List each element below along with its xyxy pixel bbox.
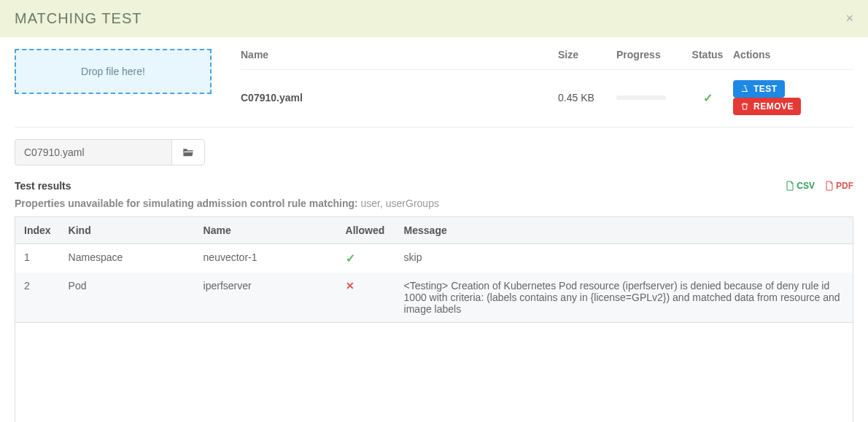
- file-size: 0.45 KB: [558, 92, 616, 103]
- check-icon: ✓: [346, 252, 355, 265]
- export-links: CSV PDF: [786, 181, 853, 191]
- header-kind: Kind: [60, 217, 195, 244]
- cell-allowed: ✕: [337, 273, 395, 323]
- results-header-row: Index Kind Name Allowed Message: [15, 217, 853, 244]
- file-input[interactable]: [15, 139, 171, 165]
- remove-label: REMOVE: [753, 101, 794, 112]
- header-message: Message: [395, 217, 853, 244]
- cell-kind: Pod: [60, 273, 195, 323]
- file-pdf-icon: [825, 181, 834, 191]
- file-csv-icon: [786, 181, 794, 191]
- folder-open-icon: [182, 147, 194, 157]
- divider: [15, 127, 853, 128]
- flask-icon: [740, 85, 749, 93]
- file-actions: TEST REMOVE: [733, 80, 853, 115]
- cell-kind: Namespace: [60, 244, 195, 273]
- cell-allowed: ✓: [337, 244, 395, 273]
- file-name: C07910.yaml: [241, 92, 558, 103]
- table-row: C07910.yaml 0.45 KB ✓ TEST: [241, 70, 853, 115]
- cell-name: neuvector-1: [195, 244, 337, 273]
- dropzone-label: Drop file here!: [81, 66, 145, 77]
- results-title: Test results: [15, 180, 71, 192]
- browse-button[interactable]: [171, 139, 205, 165]
- file-table-header: Name Size Progress Status Actions: [241, 49, 853, 70]
- header-size: Size: [558, 49, 616, 60]
- test-button[interactable]: TEST: [733, 80, 785, 98]
- csv-label: CSV: [797, 181, 815, 191]
- close-icon[interactable]: ×: [845, 11, 853, 26]
- check-icon: ✓: [703, 92, 713, 104]
- x-icon: ✕: [346, 280, 354, 292]
- cell-index: 2: [15, 273, 60, 323]
- remove-button[interactable]: REMOVE: [733, 98, 801, 115]
- modal-body: Drop file here! Name Size Progress Statu…: [0, 37, 868, 422]
- progress-bar: [616, 95, 666, 100]
- export-pdf-link[interactable]: PDF: [825, 181, 853, 191]
- table-row: 1Namespaceneuvector-1✓skip: [15, 244, 853, 273]
- table-row: 2Podiperfserver✕<Testing> Creation of Ku…: [15, 273, 853, 323]
- cell-index: 1: [15, 244, 60, 273]
- upload-row: Drop file here! Name Size Progress Statu…: [15, 49, 853, 115]
- header-actions: Actions: [733, 49, 853, 60]
- modal-title: MATCHING TEST: [15, 10, 142, 27]
- cell-name: iperfserver: [195, 273, 337, 323]
- header-name: Name: [241, 49, 558, 60]
- results-empty-space: [15, 323, 853, 422]
- cell-message: skip: [395, 244, 853, 273]
- results-table: Index Kind Name Allowed Message 1Namespa…: [15, 216, 853, 323]
- file-picker: [15, 139, 853, 165]
- header-name: Name: [195, 217, 337, 244]
- header-allowed: Allowed: [337, 217, 395, 244]
- export-csv-link[interactable]: CSV: [786, 181, 815, 191]
- unavailable-note: Properties unavailable for simulating ad…: [15, 198, 853, 209]
- header-index: Index: [15, 217, 60, 244]
- matching-test-modal: MATCHING TEST × Drop file here! Name Siz…: [0, 0, 868, 422]
- file-dropzone[interactable]: Drop file here!: [15, 49, 212, 94]
- modal-header: MATCHING TEST ×: [0, 0, 868, 37]
- unavailable-values: user, userGroups: [361, 198, 439, 209]
- pdf-label: PDF: [836, 181, 853, 191]
- header-status: Status: [682, 49, 733, 60]
- cell-message: <Testing> Creation of Kubernetes Pod res…: [395, 273, 853, 323]
- test-label: TEST: [753, 84, 778, 94]
- unavailable-label: Properties unavailable for simulating ad…: [15, 198, 358, 209]
- file-table: Name Size Progress Status Actions C07910…: [241, 49, 853, 115]
- file-status: ✓: [682, 91, 733, 105]
- header-progress: Progress: [616, 49, 682, 60]
- trash-icon: [740, 102, 749, 111]
- results-header: Test results CSV PDF: [15, 180, 853, 192]
- file-progress: [616, 95, 682, 100]
